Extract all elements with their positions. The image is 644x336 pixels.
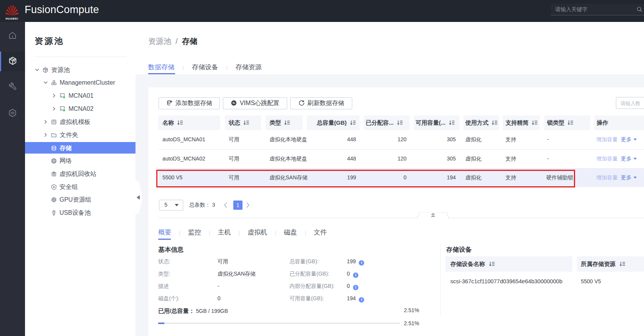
svg-text:HUAWEI: HUAWEI — [5, 17, 18, 20]
